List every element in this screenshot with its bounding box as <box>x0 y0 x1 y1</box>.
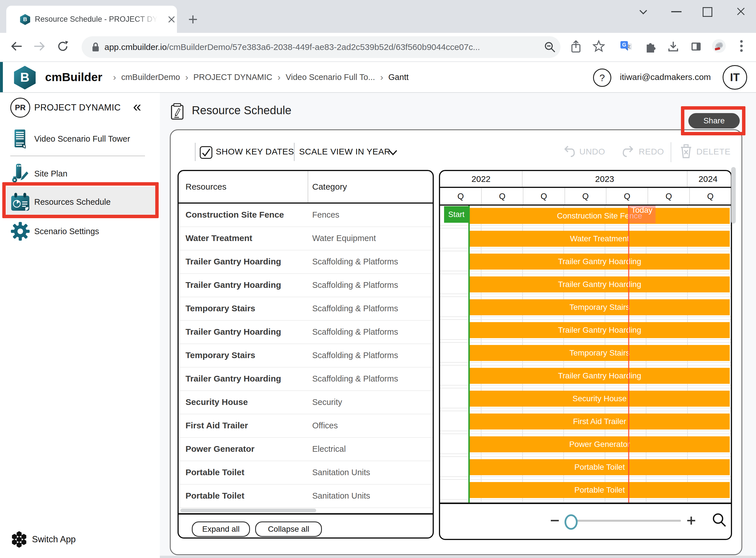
zoom-slider-handle[interactable] <box>565 514 577 530</box>
quarter-header-cell: Q <box>482 188 523 204</box>
gantt-bar[interactable]: Temporary Stairs <box>469 345 730 361</box>
gantt-bar[interactable]: Temporary Stairs <box>469 299 730 315</box>
magnifier-icon[interactable] <box>711 512 727 529</box>
gear-icon <box>10 219 30 244</box>
zoom-plus-icon[interactable] <box>686 515 696 527</box>
table-row[interactable]: First Aid TrailerOffices <box>179 414 433 438</box>
switch-app-label[interactable]: Switch App <box>32 530 76 549</box>
delete-label[interactable]: DELETE <box>696 147 731 156</box>
window-maximize-icon[interactable] <box>703 7 712 17</box>
brand-name[interactable]: cmBuilder <box>45 62 103 92</box>
table-row[interactable]: Temporary StairsScaffolding & Platforms <box>179 297 433 321</box>
redo-label[interactable]: REDO <box>639 147 664 156</box>
breadcrumb-item[interactable]: Gantt <box>388 73 409 82</box>
avatar[interactable]: IT <box>723 65 747 90</box>
download-icon[interactable] <box>667 41 679 54</box>
breadcrumb-item[interactable]: Video Scenario Full To... <box>286 73 375 82</box>
tab-search-chevron-icon[interactable] <box>638 7 648 17</box>
share-button[interactable]: Share <box>688 113 740 128</box>
gantt-vscroll-thumb[interactable] <box>731 167 736 224</box>
show-key-dates-checkbox[interactable] <box>200 146 212 159</box>
gantt-bar-label: Temporary Stairs <box>569 348 630 357</box>
resource-category: Scaffolding & Platforms <box>312 321 398 343</box>
gantt-bar[interactable]: Portable Toilet <box>469 459 730 475</box>
column-header-category[interactable]: Category <box>312 171 347 202</box>
sidebar-item-resources-schedule[interactable]: Resources Schedule <box>0 186 159 218</box>
browser-tab[interactable]: B Resource Schedule - PROJECT DY <box>6 6 177 33</box>
gantt-bar[interactable]: Trailer Gantry Hoarding <box>469 368 730 384</box>
collapse-all-label: Collapse all <box>268 525 309 534</box>
gantt-chart[interactable]: Construction Site FenceWater TreatmentTr… <box>440 206 731 503</box>
expand-all-button[interactable]: Expand all <box>192 522 250 537</box>
table-row[interactable]: Trailer Gantry HoardingScaffolding & Pla… <box>179 250 433 274</box>
delete-trash-icon[interactable] <box>680 144 692 160</box>
reload-icon[interactable] <box>56 40 69 54</box>
zoom-minus-icon[interactable] <box>550 515 560 527</box>
browser-menu-kebab-icon[interactable] <box>740 40 743 54</box>
hscroll-thumb[interactable] <box>180 509 316 512</box>
collapse-all-button[interactable]: Collapse all <box>255 522 322 537</box>
url-text[interactable]: app.cmbuilder.io/cmBuilderDemo/57e383a6-… <box>104 36 480 58</box>
table-row[interactable]: Portable ToiletSanitation Units <box>179 461 433 485</box>
sidebar-collapse-icon[interactable]: « <box>133 97 141 117</box>
sidebar-item-site-plan[interactable]: Site Plan <box>0 160 159 187</box>
gantt-bar[interactable]: First Aid Trailer <box>469 413 730 430</box>
chevron-down-icon[interactable] <box>388 149 398 157</box>
zoom-out-icon[interactable] <box>544 41 556 54</box>
translate-extension-icon[interactable]: 文G <box>618 38 634 55</box>
breadcrumb-item[interactable]: cmBuilderDemo <box>121 73 180 82</box>
resource-schedule-icon <box>10 186 30 218</box>
show-key-dates-label[interactable]: SHOW KEY DATES <box>216 147 294 156</box>
undo-label[interactable]: UNDO <box>579 147 605 156</box>
sidebar-item-video-scenario-full-tower[interactable]: Video Scenario Full Tower <box>0 126 159 152</box>
table-row[interactable]: Trailer Gantry HoardingScaffolding & Pla… <box>179 274 433 297</box>
gantt-bar[interactable]: Construction Site Fence <box>469 208 730 224</box>
tab-close-icon[interactable] <box>168 16 175 24</box>
undo-icon[interactable] <box>562 145 576 160</box>
new-tab-icon[interactable] <box>187 14 199 26</box>
switch-app-icon[interactable] <box>10 530 29 550</box>
table-row[interactable]: Portable ToiletSanitation Units <box>179 485 433 508</box>
gantt-bar[interactable]: Water Treatment <box>469 231 730 247</box>
extensions-puzzle-icon[interactable] <box>644 41 656 54</box>
scale-view-dropdown[interactable]: SCALE VIEW IN YEAR <box>299 147 390 156</box>
window-close-icon[interactable] <box>735 6 747 18</box>
forward-icon[interactable] <box>33 41 46 53</box>
screen: B Resource Schedule - PROJECT DY app.cmb… <box>0 0 756 558</box>
table-row[interactable]: Temporary StairsScaffolding & Platforms <box>179 344 433 367</box>
gantt-bar[interactable]: Trailer Gantry Hoarding <box>469 254 730 270</box>
share-page-icon[interactable] <box>570 40 582 54</box>
redo-icon[interactable] <box>622 145 635 160</box>
gantt-bar[interactable]: Security House <box>469 391 730 407</box>
resource-schedule-title-icon <box>171 103 184 121</box>
sidebar-item-scenario-settings[interactable]: Scenario Settings <box>0 219 159 244</box>
table-row[interactable]: Power GeneratorElectrical <box>179 438 433 461</box>
column-header-resources[interactable]: Resources <box>186 171 226 202</box>
table-row[interactable]: Trailer Gantry HoardingScaffolding & Pla… <box>179 321 433 344</box>
gantt-row: Construction Site Fence <box>440 206 731 228</box>
cmbuilder-logo-icon[interactable]: B <box>12 65 37 91</box>
table-row[interactable]: Construction Site FenceFences <box>179 204 433 227</box>
bookmark-star-icon[interactable] <box>592 40 605 54</box>
window-minimize-icon[interactable] <box>671 11 681 12</box>
side-panel-icon[interactable] <box>690 41 702 54</box>
resource-category: Scaffolding & Platforms <box>312 274 398 296</box>
extension-cadmakers-icon[interactable] <box>712 39 726 54</box>
gantt-bar[interactable]: Portable Toilet <box>469 482 730 498</box>
lock-icon[interactable] <box>91 42 100 54</box>
gantt-bar[interactable]: Trailer Gantry Hoarding <box>469 276 730 293</box>
table-row[interactable]: Security HouseSecurity <box>179 391 433 414</box>
zoom-slider-track[interactable] <box>572 520 681 522</box>
gantt-bar[interactable]: Trailer Gantry Hoarding <box>469 322 730 338</box>
quarter-label: Q <box>624 192 630 201</box>
row-gridline <box>440 274 731 274</box>
gantt-bar[interactable]: Power Generator <box>469 436 730 452</box>
breadcrumb-separator-icon: › <box>277 72 280 82</box>
table-row[interactable]: Water TreatmentWater Equipment <box>179 227 433 250</box>
table-hscrollbar[interactable] <box>179 508 433 513</box>
help-button[interactable]: ? <box>593 69 611 87</box>
row-gridline <box>440 248 731 249</box>
table-row[interactable]: Trailer Gantry HoardingScaffolding & Pla… <box>179 367 433 391</box>
back-icon[interactable] <box>10 41 23 53</box>
breadcrumb-item[interactable]: PROJECT DYNAMIC <box>193 73 273 82</box>
